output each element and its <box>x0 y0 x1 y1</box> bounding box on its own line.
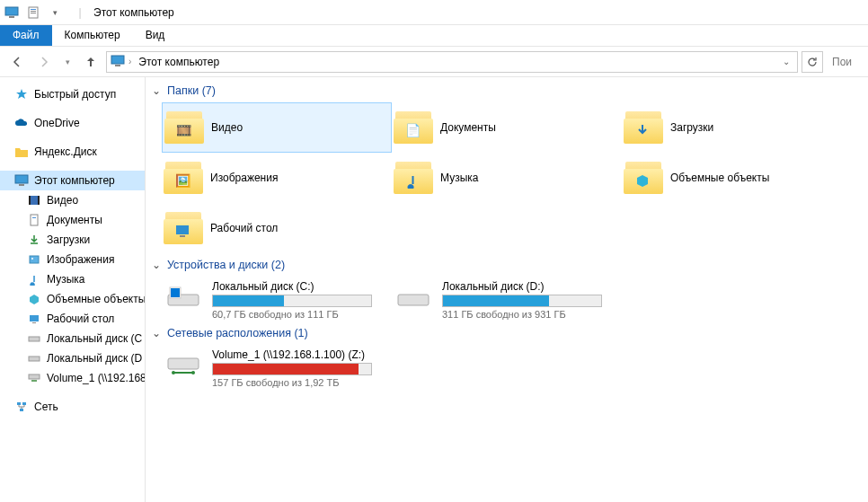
folder-downloads[interactable]: Загрузки <box>622 102 852 153</box>
breadcrumb[interactable]: Этот компьютер <box>135 56 223 68</box>
sidebar-item-vol[interactable]: Volume_1 (\\192.168 <box>0 368 145 388</box>
svg-point-36 <box>191 371 195 374</box>
svg-rect-17 <box>30 315 39 321</box>
refresh-button[interactable] <box>802 51 823 73</box>
section-title: Сетевые расположения (1) <box>167 327 308 339</box>
section-drives[interactable]: ⌄ Устройства и диски (2) <box>151 259 863 271</box>
network-drive-icon <box>164 348 203 381</box>
back-button[interactable] <box>5 50 29 74</box>
drive-z[interactable]: Volume_1 (\\192.168.1.100) (Z:) 157 ГБ с… <box>162 345 392 392</box>
tab-file[interactable]: Файл <box>0 25 52 46</box>
svg-rect-31 <box>171 293 175 297</box>
sidebar-item-label: OneDrive <box>34 117 80 129</box>
search-input[interactable]: Пои <box>827 51 863 73</box>
drive-d[interactable]: Локальный диск (D:) 311 ГБ свободно из 9… <box>392 277 622 323</box>
ribbon-tabs: Файл Компьютер Вид <box>0 25 868 47</box>
folder-music[interactable]: Музыка <box>392 153 622 203</box>
folder-images[interactable]: 🖼️ Изображения <box>162 153 392 203</box>
forward-button[interactable] <box>32 50 56 74</box>
sidebar-item-label: Быстрый доступ <box>34 88 116 101</box>
svg-rect-0 <box>5 7 18 15</box>
pc-icon <box>4 4 20 21</box>
folder-objects[interactable]: Объемные объекты <box>622 153 852 203</box>
address-bar[interactable]: › Этот компьютер ⌄ <box>106 51 798 73</box>
sidebar-item-label: Музыка <box>47 273 84 286</box>
sidebar-item-video[interactable]: Видео <box>0 190 145 210</box>
image-icon: 🖼️ <box>173 172 192 189</box>
sidebar-item-desktop[interactable]: Рабочий стол <box>0 309 145 329</box>
film-icon <box>27 193 41 207</box>
film-icon: 🎞️ <box>173 122 193 138</box>
folder-icon <box>394 160 433 196</box>
folder-docs[interactable]: 📄 Документы <box>392 102 622 153</box>
folder-video[interactable]: 🎞️ Видео <box>162 102 392 153</box>
svg-rect-34 <box>168 358 199 369</box>
recent-dropdown[interactable]: ▾ <box>59 50 75 74</box>
cloud-icon <box>14 116 29 130</box>
sidebar-item-yadisk[interactable]: Яндекс.Диск <box>0 142 145 162</box>
quick-access-toolbar: ▾ <box>4 4 63 21</box>
sidebar-item-label: Сеть <box>34 401 58 413</box>
folder-label: Документы <box>440 121 496 134</box>
star-icon <box>14 87 29 101</box>
usage-bar-c <box>213 295 284 306</box>
svg-point-35 <box>172 371 175 374</box>
sidebar-item-ldd[interactable]: Локальный диск (D <box>0 348 145 368</box>
svg-rect-4 <box>31 11 36 12</box>
image-icon <box>27 252 41 267</box>
folder-icon <box>164 210 203 246</box>
drive-c[interactable]: Локальный диск (C:) 60,7 ГБ свободно из … <box>162 277 392 323</box>
tab-computer[interactable]: Компьютер <box>52 25 133 46</box>
svg-rect-30 <box>175 288 180 293</box>
drive-sub: 60,7 ГБ свободно из 111 ГБ <box>212 309 372 320</box>
folder-icon <box>624 110 663 145</box>
network-icon <box>14 400 29 414</box>
sidebar-item-label: Загрузки <box>47 233 90 246</box>
section-network[interactable]: ⌄ Сетевые расположения (1) <box>151 327 863 339</box>
sidebar-item-network[interactable]: Сеть <box>0 397 145 417</box>
sidebar-item-quick[interactable]: Быстрый доступ <box>0 84 145 104</box>
svg-rect-32 <box>175 293 180 297</box>
cube-icon <box>27 292 41 306</box>
sidebar-item-music[interactable]: Музыка <box>0 269 145 289</box>
drive-sub: 157 ГБ свободно из 1,92 ТБ <box>212 377 372 388</box>
chevron-down-icon: ⌄ <box>151 259 162 271</box>
folder-icon: 🖼️ <box>164 160 203 196</box>
drive-sub: 311 ГБ свободно из 931 ГБ <box>442 309 602 320</box>
svg-rect-24 <box>20 409 23 411</box>
svg-rect-10 <box>30 196 39 205</box>
sidebar-item-label: Локальный диск (D <box>47 352 142 365</box>
tab-view[interactable]: Вид <box>133 25 178 46</box>
svg-rect-15 <box>30 256 39 263</box>
svg-rect-13 <box>31 215 38 225</box>
svg-rect-8 <box>15 175 28 183</box>
section-title: Устройства и диски (2) <box>167 259 285 271</box>
qat-dropdown-icon[interactable]: ▾ <box>47 4 63 21</box>
folder-label: Музыка <box>440 172 478 184</box>
svg-point-16 <box>31 258 33 260</box>
address-pc-icon <box>111 55 125 69</box>
properties-icon[interactable] <box>25 4 41 21</box>
sidebar-item-thispc[interactable]: Этот компьютер <box>0 171 145 190</box>
sidebar-item-docs[interactable]: Документы <box>0 210 145 230</box>
titlebar: ▾ | Этот компьютер <box>0 0 868 25</box>
sidebar-item-onedrive[interactable]: OneDrive <box>0 113 145 133</box>
sidebar-item-objects[interactable]: Объемные объекты <box>0 289 145 309</box>
section-folders[interactable]: ⌄ Папки (7) <box>151 84 863 97</box>
cube-icon <box>633 172 652 189</box>
sidebar-item-ldc[interactable]: Локальный диск (C <box>0 329 145 348</box>
sidebar-item-label: Volume_1 (\\192.168 <box>47 372 145 384</box>
folder-label: Рабочий стол <box>210 222 278 234</box>
network-drive-icon <box>27 371 41 385</box>
usage-bar-z <box>213 364 359 374</box>
folder-desktop[interactable]: Рабочий стол <box>162 203 392 253</box>
sidebar-item-images[interactable]: Изображения <box>0 250 145 269</box>
usage-bar <box>212 295 372 307</box>
sidebar-item-downloads[interactable]: Загрузки <box>0 230 145 250</box>
svg-rect-3 <box>31 9 36 10</box>
svg-rect-21 <box>29 374 40 379</box>
address-dropdown-icon[interactable]: ⌄ <box>779 57 793 66</box>
svg-rect-12 <box>38 196 40 205</box>
desktop-icon <box>27 312 41 326</box>
up-button[interactable] <box>79 50 102 74</box>
